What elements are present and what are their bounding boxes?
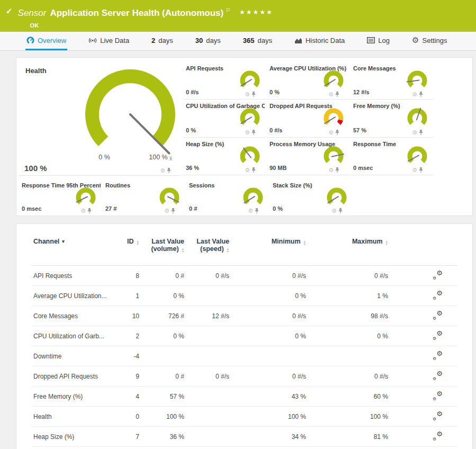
column-label: Last Value (196, 238, 229, 245)
tab-365-days[interactable]: 365days (242, 32, 273, 50)
priority-stars-icon[interactable]: ★★★★★ (239, 8, 273, 16)
tab-log[interactable]: Log (366, 32, 391, 50)
channel-row-average-cpu-utilization: Average CPU Utilization...10 %0 %1 %⚙⚙ (32, 286, 457, 306)
gauge-pin-icon[interactable] (171, 208, 175, 214)
gauge-settings-gear-icon[interactable]: ⚙ (164, 208, 169, 214)
edit-channel-gears-icon[interactable]: ⚙⚙ (433, 291, 443, 299)
gauge-cell-average-cpu-utilization[interactable]: Average CPU Utilization (%)0 %⚙ (267, 62, 349, 100)
tab-2-days[interactable]: 2days (150, 32, 174, 50)
gauge-cell-icons: ⚙ (412, 130, 423, 136)
cell-actions: ⚙⚙ (390, 346, 457, 366)
cell-last-value-volume: 36 % (141, 427, 186, 447)
gauge-cell-icons: ⚙ (80, 208, 92, 214)
channel-gauge-value: 0 % (270, 89, 280, 95)
cell-last-value-speed: 12 #/s (186, 306, 231, 326)
gauge-settings-gear-icon[interactable]: ⚙ (160, 168, 165, 174)
tab-30-days[interactable]: 30days (194, 32, 222, 50)
gauge-settings-gear-icon[interactable]: ⚙ (245, 130, 250, 136)
channel-gauge (236, 145, 264, 169)
gauge-cell-api-requests[interactable]: API Requests0 #/s⚙ (183, 62, 266, 100)
column-header-last_volume[interactable]: Last Value(volume)▲▼ (141, 236, 186, 266)
flag-icon[interactable]: ⚐ (226, 7, 231, 13)
tab-label: Historic Data (306, 37, 345, 44)
gauge-settings-gear-icon[interactable]: ⚙ (328, 167, 334, 173)
gauge-settings-gear-icon[interactable]: ⚙ (331, 208, 337, 214)
tab-live-data[interactable]: Live Data (87, 32, 130, 50)
cell-last-value-volume: 0 # (141, 266, 186, 286)
sensor-header-text: SensorApplication Server Health (Autonom… (18, 5, 273, 32)
edit-channel-gears-icon[interactable]: ⚙⚙ (433, 352, 443, 360)
edit-channel-gears-icon[interactable]: ⚙⚙ (433, 412, 443, 420)
cell-last-value-volume: 0 % (141, 286, 186, 306)
object-kind-label: Sensor (18, 8, 47, 18)
gauge-pin-icon[interactable] (335, 92, 339, 97)
page-title: Application Server Health (Autonomous) (50, 8, 223, 18)
gauge-cell-icons: ⚙ (328, 92, 339, 97)
gauge-cell-free-memory[interactable]: Free Memory (%)57 %⚙ (351, 100, 433, 137)
gauge-cell-icons: ⚙ (328, 130, 339, 136)
column-header-name[interactable]: Channel▾ (32, 236, 117, 266)
cell-last-value-volume: 0 % (141, 326, 186, 346)
edit-channel-gears-icon[interactable]: ⚙⚙ (433, 432, 443, 440)
gauge-cell-response-time[interactable]: Response Time0 msec⚙ (351, 138, 433, 175)
cell-minimum: 0 % (231, 326, 308, 346)
cell-maximum: 1 % (308, 286, 390, 306)
gauge-settings-gear-icon[interactable]: ⚙ (245, 92, 250, 97)
gauge-cell-core-messages[interactable]: Core Messages12 #/s⚙ (351, 62, 433, 100)
gauge-cell-cpu-utilization-of-garbage-c[interactable]: CPU Utilization of Garbage C...0 %⚙ (183, 100, 266, 137)
gauge-pin-icon[interactable] (338, 208, 343, 214)
gauge-settings-gear-icon[interactable]: ⚙ (412, 167, 417, 173)
edit-channel-gears-icon[interactable]: ⚙⚙ (433, 311, 443, 319)
gauge-cell-dropped-api-requests[interactable]: Dropped API Requests0 #/s⚙ (267, 100, 349, 137)
channel-gauge-value: 0 % (273, 205, 283, 212)
column-header-min[interactable]: Minimum▲▼ (231, 236, 308, 266)
gauge-cell-response-time-95th-percentile[interactable]: Response Time 95th Percentile0 msec⚙ (19, 179, 102, 216)
tab-label: Overview (38, 37, 66, 44)
tab-label: Settings (423, 37, 447, 44)
column-label: Minimum (272, 238, 301, 245)
tab-bar: OverviewLive Data2days30days365daysHisto… (0, 32, 476, 51)
average-marker: x̄ (169, 155, 173, 161)
column-header-max[interactable]: Maximum▲▼ (308, 236, 390, 266)
cell-channel-name: Health (32, 407, 117, 427)
gauge-pin-icon[interactable] (252, 167, 256, 173)
gauge-pin-icon[interactable] (87, 208, 92, 214)
gauge-settings-gear-icon[interactable]: ⚙ (248, 208, 253, 214)
tab-settings[interactable]: ⚙Settings (411, 32, 448, 50)
gauge-settings-gear-icon[interactable]: ⚙ (412, 92, 417, 97)
gauge-pin-icon[interactable] (255, 208, 259, 214)
cell-channel-id: 8 (117, 266, 141, 286)
gauge-pin-icon[interactable] (252, 130, 256, 136)
gauge-settings-gear-icon[interactable]: ⚙ (245, 167, 250, 173)
gauge-pin-icon[interactable] (419, 167, 423, 173)
sort-arrows-icon: ▲▼ (303, 240, 306, 245)
tab-historic-data[interactable]: Historic Data (293, 32, 346, 50)
column-label-line2: (speed) (200, 245, 223, 253)
gauge-settings-gear-icon[interactable]: ⚙ (328, 130, 334, 136)
gauge-pin-icon[interactable] (167, 168, 171, 174)
edit-channel-gears-icon[interactable]: ⚙⚙ (433, 392, 443, 400)
health-gauge-cell[interactable]: Health x̄0 %100 % 100 % ⚙ (19, 62, 181, 176)
gauge-cell-process-memory-usage[interactable]: Process Memory Usage90 MB⚙ (267, 138, 349, 175)
gauge-pin-icon[interactable] (335, 167, 339, 173)
edit-channel-gears-icon[interactable]: ⚙⚙ (433, 271, 443, 279)
gauge-cell-sessions[interactable]: Sessions0 #⚙ (186, 179, 269, 216)
column-label: Last Value (151, 238, 184, 245)
gauge-pin-icon[interactable] (252, 92, 256, 97)
column-header-id[interactable]: ID▲▼ (117, 236, 141, 266)
gauge-settings-gear-icon[interactable]: ⚙ (412, 130, 417, 136)
edit-channel-gears-icon[interactable]: ⚙⚙ (433, 331, 443, 339)
gauge-cell-stack-size[interactable]: Stack Size (%)0 %⚙ (270, 179, 353, 216)
cell-channel-name: Free Memory (%) (32, 387, 117, 407)
gauge-settings-gear-icon[interactable]: ⚙ (328, 92, 334, 97)
gauge-settings-gear-icon[interactable]: ⚙ (80, 208, 86, 214)
gauge-pin-icon[interactable] (419, 92, 423, 97)
tab-overview[interactable]: Overview (25, 32, 67, 50)
edit-channel-gears-icon[interactable]: ⚙⚙ (433, 372, 443, 380)
cell-channel-name: Average CPU Utilization... (32, 286, 117, 306)
gauge-pin-icon[interactable] (419, 130, 423, 136)
gauge-cell-routines[interactable]: Routines27 #⚙ (103, 179, 185, 216)
gauge-pin-icon[interactable] (335, 130, 339, 136)
column-header-last_speed[interactable]: Last Value(speed)▲▼ (186, 236, 231, 266)
gauge-cell-heap-size[interactable]: Heap Size (%)36 %⚙ (183, 138, 266, 175)
